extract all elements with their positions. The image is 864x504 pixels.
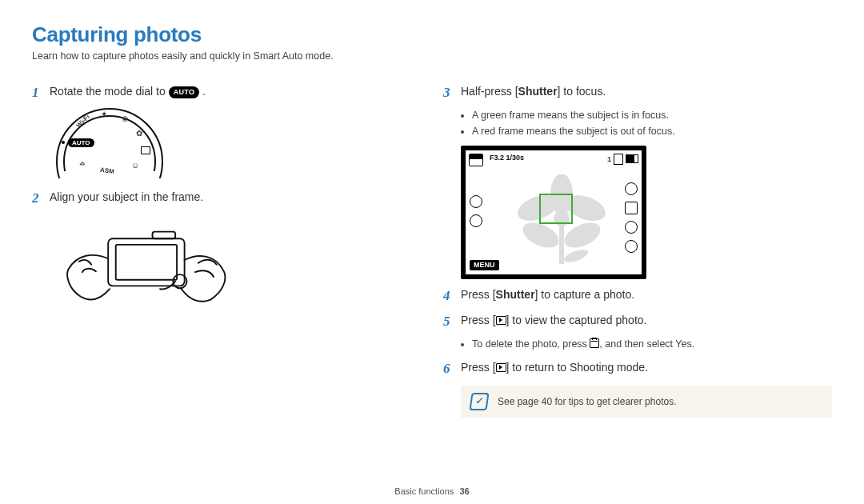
b-bold: Yes — [675, 338, 691, 350]
page-subtitle: Learn how to capture photos easily and q… — [32, 50, 832, 62]
step5-post: ] to view the captured photo. — [506, 314, 647, 326]
lcd-icon — [625, 182, 638, 195]
step-4: 4 Press [Shutter] to capture a photo. — [443, 287, 832, 305]
note-icon: ✓ — [469, 393, 489, 410]
tip-text: See page 40 for tips to get clearer phot… — [498, 396, 676, 407]
step-text: Rotate the mode dial to AUTO . — [50, 84, 206, 102]
battery-icon — [626, 154, 638, 163]
step1-post: . — [199, 85, 206, 98]
b-mid: , and then select — [599, 338, 675, 350]
step-number: 2 — [32, 190, 50, 207]
step-number: 3 — [443, 84, 461, 102]
step6-pre: Press [ — [461, 361, 496, 374]
step-number: 1 — [32, 84, 50, 102]
lcd-icon — [625, 202, 638, 214]
page-number: 36 — [459, 486, 469, 496]
svg-point-11 — [562, 246, 590, 264]
mode-dial-illustration: AUTO Wi-Fi ASM P ✦ ❀ ✿ ☺ — [66, 108, 150, 182]
step4-pre: Press [ — [461, 288, 496, 301]
step1-pre: Rotate the mode dial to — [50, 85, 169, 98]
hands-holding-camera-illustration — [61, 214, 229, 322]
lcd-icon — [470, 195, 482, 208]
step4-post: ] to capture a photo. — [535, 288, 635, 301]
step-text: Align your subject in the frame. — [50, 190, 203, 207]
step5-bullets: To delete the photo, press , and then se… — [461, 337, 832, 352]
lcd-icon — [470, 214, 482, 227]
step-text: Half-press [Shutter] to focus. — [461, 84, 606, 102]
content-columns: 1 Rotate the mode dial to AUTO . AUTO Wi… — [32, 76, 832, 418]
dial-auto-label: AUTO — [68, 138, 94, 147]
step-text: Press [Shutter] to capture a photo. — [461, 287, 634, 305]
bullet: To delete the photo, press , and then se… — [472, 337, 832, 352]
step3-bold: Shutter — [518, 85, 558, 98]
step-1: 1 Rotate the mode dial to AUTO . — [32, 84, 421, 102]
macro-icon — [469, 154, 483, 166]
sd-card-icon — [614, 154, 623, 165]
step5-pre: Press [ — [461, 314, 496, 326]
focus-frame — [539, 194, 573, 224]
trash-icon — [590, 338, 599, 348]
step-5: 5 Press [] to view the captured photo. — [443, 313, 832, 330]
lcd-status-icons: 1 — [607, 154, 638, 165]
manual-page: Capturing photos Learn how to capture ph… — [0, 0, 864, 504]
playback-icon — [496, 363, 506, 372]
step4-bold: Shutter — [496, 288, 535, 301]
step-text: Press [] to view the captured photo. — [461, 313, 646, 330]
b-post: . — [692, 338, 694, 350]
step-number: 4 — [443, 287, 461, 305]
step-3: 3 Half-press [Shutter] to focus. — [443, 84, 832, 102]
auto-badge-icon: AUTO — [169, 86, 200, 99]
lcd-menu-button: MENU — [470, 260, 499, 270]
footer-section: Basic functions — [394, 486, 454, 496]
page-footer: Basic functions 36 — [0, 486, 864, 496]
bullet: A red frame means the subject is out of … — [472, 124, 832, 139]
svg-rect-2 — [153, 232, 176, 239]
camera-lcd-illustration: F3.2 1/30s 1 — [461, 146, 646, 279]
playback-icon — [496, 316, 506, 325]
left-column: 1 Rotate the mode dial to AUTO . AUTO Wi… — [32, 76, 421, 418]
step-number: 5 — [443, 313, 461, 330]
b-pre: To delete the photo, press — [472, 338, 590, 350]
lcd-left-icons — [470, 195, 482, 227]
step3-pre: Half-press [ — [461, 85, 518, 98]
right-column: 3 Half-press [Shutter] to focus. A green… — [443, 76, 832, 418]
svg-rect-10 — [559, 224, 564, 264]
lcd-right-icons — [625, 182, 638, 253]
step-number: 6 — [443, 360, 461, 378]
lcd-exposure-info: F3.2 1/30s — [490, 154, 524, 162]
step-text: Press [] to return to Shooting mode. — [461, 360, 648, 378]
step6-post: ] to return to Shooting mode. — [506, 361, 648, 374]
lcd-icon — [625, 221, 638, 234]
step3-post: ] to focus. — [558, 85, 606, 98]
bullet: A green frame means the subject is in fo… — [472, 108, 832, 123]
lcd-icon — [625, 240, 638, 253]
step-6: 6 Press [] to return to Shooting mode. — [443, 360, 832, 378]
step-2: 2 Align your subject in the frame. — [32, 190, 421, 207]
page-title: Capturing photos — [32, 22, 832, 47]
tip-box: ✓ See page 40 for tips to get clearer ph… — [461, 386, 832, 418]
shots-remaining: 1 — [607, 155, 611, 163]
step3-bullets: A green frame means the subject is in fo… — [461, 108, 832, 139]
svg-rect-1 — [116, 245, 177, 280]
